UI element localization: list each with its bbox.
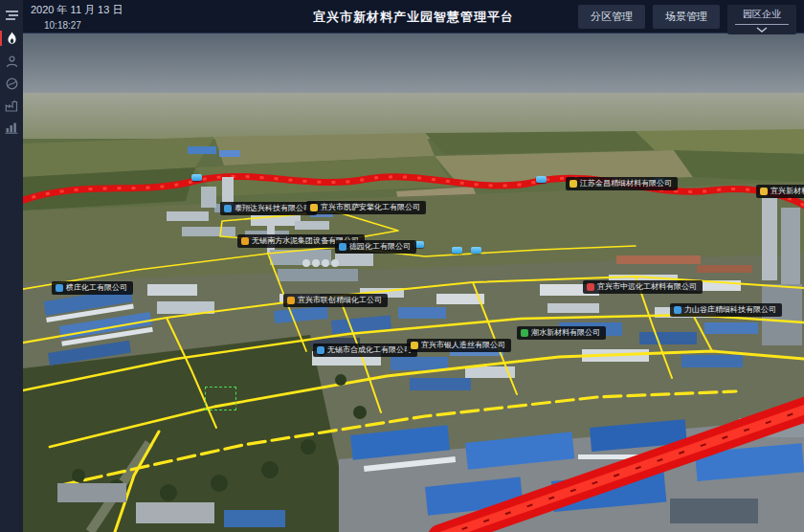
header-actions: 分区管理 场景管理 园区企业: [578, 5, 796, 34]
company-label-text: 宜兴市凯萨安擎化工有限公司: [321, 204, 420, 211]
company-label[interactable]: 宜兴市中远化工材料有限公司: [583, 280, 703, 294]
company-label[interactable]: 潮水新材料有限公司: [517, 326, 606, 340]
company-logo-icon: [411, 342, 418, 349]
dropdown-label: 园区企业: [735, 8, 789, 25]
page-title: 宜兴市新材料产业园智慧管理平台: [313, 9, 514, 26]
company-logo-icon: [760, 188, 768, 195]
application-window: 2020 年 11 月 13 日 10:18:27 宜兴市新材料产业园智慧管理平…: [0, 0, 804, 532]
company-logo-icon: [310, 204, 318, 211]
company-label[interactable]: 宜兴市凯萨安擎化工有限公司: [306, 201, 426, 214]
company-logo-icon: [56, 284, 63, 292]
company-label[interactable]: 宜兴市联创精细化工公司: [283, 294, 388, 307]
factory-icon: [5, 100, 18, 112]
company-label[interactable]: 无锡市合成化工有限公司: [313, 344, 417, 357]
company-label[interactable]: 宜兴市银人造丝有限公司: [407, 339, 511, 352]
company-label-text: 宜兴市联创精细化工公司: [298, 297, 382, 304]
selection-box: [205, 387, 236, 410]
datetime-display: 2020 年 11 月 13 日 10:18:27: [31, 3, 123, 31]
sidebar-item-fire-monitor[interactable]: [0, 29, 23, 48]
sidebar-item-menu[interactable]: [0, 6, 23, 25]
active-indicator: [0, 31, 2, 46]
sidebar-item-enterprise[interactable]: [0, 96, 23, 115]
sidebar-item-personnel[interactable]: [0, 52, 23, 71]
company-label-text: 宜兴市中远化工材料有限公司: [597, 283, 697, 291]
company-logo-icon: [241, 237, 249, 245]
header-bar: 2020 年 11 月 13 日 10:18:27 宜兴市新材料产业园智慧管理平…: [23, 0, 804, 33]
company-label-text: 宜兴市银人造丝有限公司: [421, 342, 505, 349]
hamburger-icon: [5, 10, 19, 21]
company-logo-icon: [287, 297, 295, 304]
company-logo-icon: [570, 180, 577, 188]
flame-icon: [6, 32, 18, 45]
sidebar-item-situation[interactable]: [0, 74, 23, 93]
company-label-text: 德园化工有限公司: [349, 243, 411, 251]
sidebar: [0, 0, 23, 532]
person-icon: [6, 55, 18, 68]
park-enterprise-dropdown[interactable]: 园区企业: [727, 5, 796, 34]
bar-chart-icon: [5, 122, 18, 134]
company-label-text: 泰翔达兴科技有限公司: [234, 205, 311, 212]
company-label[interactable]: 德园化工有限公司: [335, 240, 416, 254]
map-view[interactable]: 泰翔达兴科技有限公司宜兴市凯萨安擎化工有限公司无锡南方水泥集团设备有限公司德园化…: [23, 33, 804, 532]
company-label[interactable]: 泰翔达兴科技有限公司: [220, 202, 317, 215]
company-logo-icon: [339, 243, 346, 251]
zone-management-button[interactable]: 分区管理: [578, 5, 645, 29]
chevron-down-icon: [735, 25, 789, 33]
company-label-text: 无锡市合成化工有限公司: [327, 346, 412, 354]
vehicle-icon[interactable]: [536, 176, 547, 183]
company-logo-icon: [521, 329, 528, 337]
company-label-text: 宜兴新材料有限公司: [770, 188, 804, 195]
date-text: 2020 年 11 月 13 日: [31, 3, 123, 17]
company-logo-icon: [317, 346, 324, 354]
vehicle-icon[interactable]: [471, 247, 481, 254]
company-label-text: 力山谷庄精细科技有限公司: [684, 306, 776, 314]
company-logo-icon: [224, 205, 232, 212]
company-logo-icon: [587, 283, 594, 291]
sidebar-item-statistics[interactable]: [0, 118, 23, 137]
company-logo-icon: [674, 306, 681, 314]
scene-management-button[interactable]: 场景管理: [653, 5, 720, 29]
company-label[interactable]: 宜兴新材料有限公司: [756, 185, 804, 198]
globe-icon: [6, 78, 18, 90]
company-label[interactable]: 力山谷庄精细科技有限公司: [670, 303, 782, 317]
company-label-text: 横庄化工有限公司: [66, 284, 127, 292]
company-label-text: 潮水新材料有限公司: [531, 329, 600, 337]
vehicle-icon[interactable]: [452, 247, 462, 254]
vehicle-icon[interactable]: [191, 174, 202, 181]
company-label[interactable]: 江苏金昌精细材料有限公司: [566, 177, 678, 190]
company-label[interactable]: 横庄化工有限公司: [52, 281, 133, 295]
time-text: 10:18:27: [44, 20, 123, 31]
company-label-text: 江苏金昌精细材料有限公司: [580, 180, 672, 188]
